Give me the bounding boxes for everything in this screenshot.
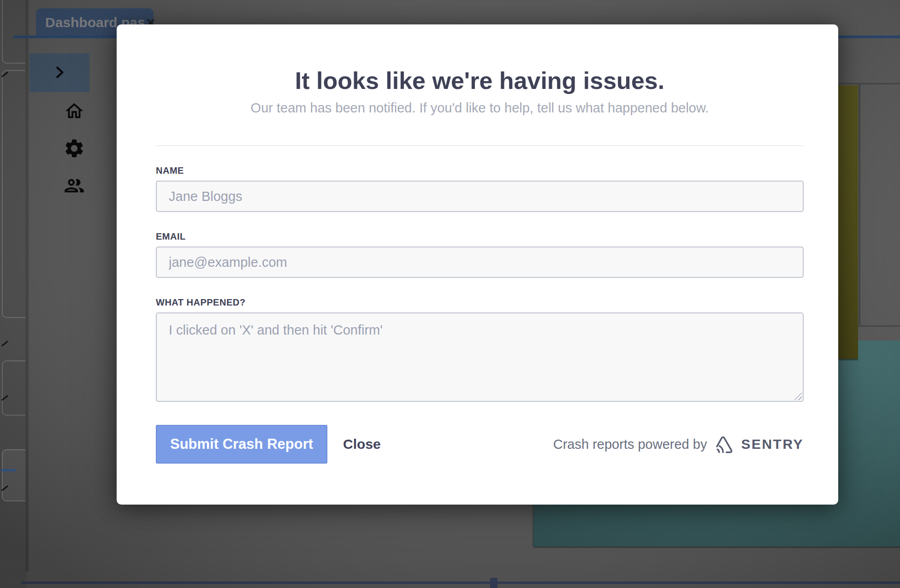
left-tool-rail (0, 0, 26, 588)
panel-divider (859, 84, 860, 325)
rail-divider (25, 0, 29, 571)
gear-icon (63, 137, 85, 161)
dialog-subtitle: Our team has been notified. If you'd lik… (156, 100, 804, 116)
sidebar-item-users[interactable] (44, 174, 104, 199)
name-label: NAME (156, 165, 804, 176)
sidebar-collapse-button[interactable] (30, 53, 89, 92)
rail-accent-line (1, 469, 16, 471)
panel-divider (838, 83, 900, 84)
rail-panel (2, 360, 26, 416)
sentry-logo-icon (713, 433, 734, 455)
powered-by: Crash reports powered by SENTRY (553, 433, 804, 455)
powered-by-label: Crash reports powered by (553, 437, 707, 452)
dialog-footer: Submit Crash Report Close Crash reports … (156, 425, 804, 464)
dialog-divider (156, 145, 804, 146)
sidebar-item-home[interactable] (44, 100, 104, 123)
comments-textarea[interactable] (156, 312, 804, 402)
bottom-scrollbar-track[interactable] (21, 582, 900, 584)
dialog-title: It looks like we're having issues. (156, 67, 804, 94)
email-label: EMAIL (156, 231, 804, 242)
sentry-wordmark: SENTRY (741, 436, 804, 452)
name-input[interactable] (156, 181, 804, 212)
close-button[interactable]: Close (343, 436, 381, 452)
rail-panel (2, 70, 26, 318)
crash-report-dialog: It looks like we're having issues. Our t… (117, 24, 838, 505)
chevron-right-icon (51, 64, 68, 82)
email-input[interactable] (156, 247, 804, 278)
comments-label: WHAT HAPPENED? (156, 297, 804, 308)
submit-crash-report-button[interactable]: Submit Crash Report (156, 425, 327, 464)
bottom-scrollbar-thumb[interactable] (490, 578, 497, 588)
rail-panel (2, 0, 26, 64)
sidebar-item-settings[interactable] (44, 137, 104, 161)
app-window: Dashboard.pas It looks like we're hav (0, 0, 900, 588)
people-icon (63, 174, 86, 199)
home-icon (64, 100, 85, 123)
rail-glyph (1, 341, 8, 347)
rail-panel (2, 449, 26, 501)
